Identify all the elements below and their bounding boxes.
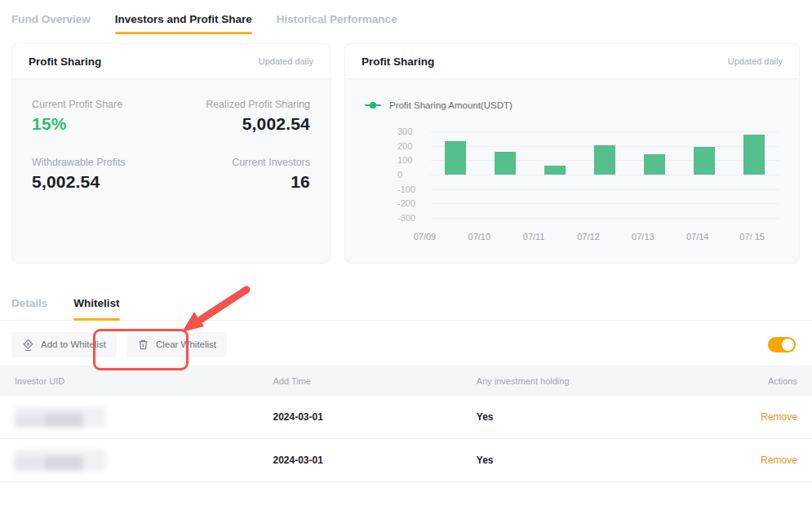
chart-bar (694, 147, 715, 175)
chart-x-tick-label: 07/14 (670, 232, 725, 242)
whitelist-toggle[interactable] (768, 337, 796, 353)
stat-value: 16 (171, 172, 311, 192)
remove-button[interactable]: Remove (688, 455, 797, 466)
chart-x-tick-label: 07/13 (615, 232, 670, 242)
tab-whitelist[interactable]: Whitelist (73, 297, 119, 320)
redacted-block (15, 415, 42, 428)
cell-investor-uid (15, 450, 273, 471)
updated-daily-label: Updated daily (728, 56, 783, 66)
chart-bar (644, 154, 665, 175)
remove-button[interactable]: Remove (688, 411, 797, 423)
add-to-whitelist-label: Add to Whitelist (41, 339, 106, 349)
legend-label: Profit Sharing Amount(USDT) (389, 100, 512, 110)
chart-y-tick-label: -200 (397, 198, 424, 208)
chart-x-tick-label: 07/12 (561, 232, 616, 242)
column-header-any-investment-holding: Any investment holding (477, 376, 688, 386)
chart-bar (495, 152, 516, 175)
chart-y-tick-label: -100 (397, 184, 424, 194)
cell-add-time: 2024-03-01 (273, 411, 476, 423)
chart-column (630, 131, 680, 218)
tab-fund-overview[interactable]: Fund Overview (11, 13, 91, 34)
chart-x-tick-label: 07/10 (452, 232, 507, 242)
chart-x-tick-label: 07/11 (507, 232, 561, 242)
clear-whitelist-label: Clear Whitelist (156, 339, 216, 349)
profit-chart-card-header: Profit Sharing Updated daily (345, 44, 799, 79)
chart-bar (445, 141, 466, 175)
stat-label: Realized Profit Sharing (171, 99, 311, 110)
trash-icon (137, 339, 149, 351)
chart-x-tick-label: 07/09 (397, 232, 452, 242)
chart-legend: Profit Sharing Amount(USDT) (365, 100, 779, 110)
chart-y-tick-label: 300 (397, 126, 424, 136)
chart-column (680, 131, 730, 218)
stat-value: 5,002.54 (171, 114, 311, 134)
chart-column (579, 131, 629, 218)
table-header-row: Investor UIDAdd TimeAny investment holdi… (0, 366, 812, 396)
chart-x-labels: 07/0907/1007/1107/1207/1307/1407/ 15 (397, 232, 779, 242)
bar-chart: 3002001000-100-200-300 07/0907/1007/1107… (365, 131, 779, 242)
redacted-uid (15, 450, 106, 471)
chart-bar (743, 135, 765, 175)
stat-realized-profit-sharing: Realized Profit Sharing5,002.54 (171, 99, 311, 134)
chart-y-tick-label: -300 (397, 213, 424, 223)
tab-details[interactable]: Details (11, 297, 47, 320)
legend-line-dot-icon (365, 102, 381, 109)
tab-historical-performance[interactable]: Historical Performance (277, 13, 397, 34)
chart-y-tick-label: 100 (397, 155, 424, 165)
chart-plot: 3002001000-100-200-300 (397, 131, 779, 218)
column-header-actions: Actions (688, 376, 797, 386)
diamond-plus-icon (22, 339, 34, 351)
cell-investor-uid (15, 406, 273, 428)
stat-value: 5,002.54 (32, 172, 171, 192)
chart-y-tick-label: 0 (397, 170, 424, 180)
redacted-block (44, 413, 83, 428)
table-row: 2024-03-01YesRemove (0, 439, 812, 482)
card-title: Profit Sharing (29, 55, 101, 68)
chart-column (530, 131, 579, 218)
clear-whitelist-button[interactable]: Clear Whitelist (126, 332, 227, 357)
chart-column (430, 131, 480, 218)
stat-label: Current Profit Share (32, 99, 171, 110)
cell-add-time: 2024-03-01 (273, 455, 476, 466)
chart-columns (430, 131, 779, 218)
stat-value: 15% (32, 114, 171, 134)
stat-label: Current Investors (171, 157, 311, 168)
redacted-block (44, 456, 83, 471)
chart-bar (594, 145, 615, 175)
section-tabs: DetailsWhitelist (0, 297, 812, 321)
toggle-knob (782, 339, 794, 351)
stat-withdrawable-profits: Withdrawable Profits5,002.54 (32, 157, 171, 192)
chart-bar (544, 166, 566, 175)
chart-gridline (430, 218, 779, 219)
profit-summary-card: Profit Sharing Updated daily Current Pro… (11, 43, 331, 264)
chart-y-tick-label: 200 (397, 141, 424, 151)
profit-stats: Current Profit Share15%Realized Profit S… (12, 79, 330, 192)
stat-current-investors: Current Investors16 (171, 157, 311, 192)
chart-body: Profit Sharing Amount(USDT) 3002001000-1… (345, 79, 799, 242)
column-header-add-time: Add Time (273, 376, 476, 386)
chart-column (480, 131, 530, 218)
table-body: 2024-03-01YesRemove2024-03-01YesRemove (0, 396, 812, 482)
table-row: 2024-03-01YesRemove (0, 396, 812, 439)
whitelist-table: Investor UIDAdd TimeAny investment holdi… (0, 366, 812, 482)
cell-holding: Yes (477, 455, 688, 466)
chart-x-tick-label: 07/ 15 (725, 232, 779, 242)
card-title: Profit Sharing (362, 55, 434, 68)
redacted-block (15, 458, 42, 471)
updated-daily-label: Updated daily (259, 56, 313, 66)
cards-row: Profit Sharing Updated daily Current Pro… (11, 43, 800, 264)
profit-summary-card-header: Profit Sharing Updated daily (12, 44, 330, 79)
add-to-whitelist-button[interactable]: Add to Whitelist (11, 332, 117, 357)
stat-current-profit-share: Current Profit Share15% (32, 99, 171, 134)
column-header-investor-uid: Investor UID (15, 376, 273, 386)
whitelist-toolbar: Add to Whitelist Clear Whitelist (0, 330, 812, 359)
page: Fund OverviewInvestors and Profit ShareH… (0, 0, 812, 510)
profit-chart-card: Profit Sharing Updated daily Profit Shar… (344, 43, 800, 264)
top-tabs: Fund OverviewInvestors and Profit ShareH… (0, 0, 812, 34)
chart-column (730, 131, 779, 218)
redacted-uid (15, 406, 106, 428)
tab-investors-and-profit-share[interactable]: Investors and Profit Share (115, 13, 252, 34)
cell-holding: Yes (477, 411, 688, 423)
stat-label: Withdrawable Profits (32, 157, 171, 168)
